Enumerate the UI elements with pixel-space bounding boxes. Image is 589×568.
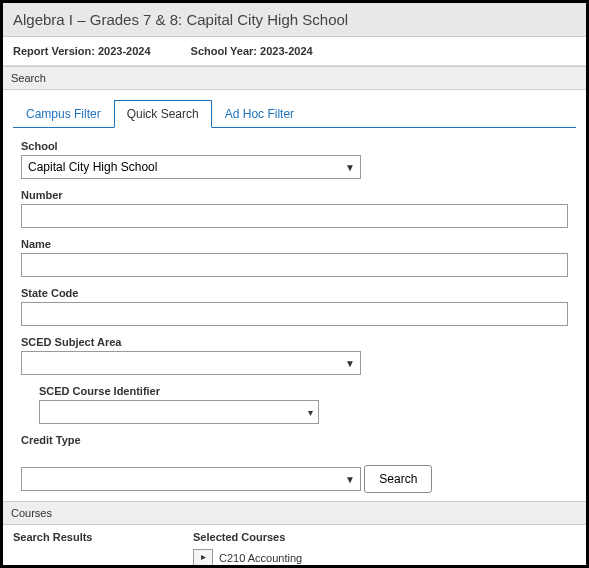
school-label: School [21, 140, 568, 152]
selected-course-name: C210 Accounting [219, 552, 302, 564]
number-input[interactable] [21, 204, 568, 228]
page-title: Algebra I – Grades 7 & 8: Capital City H… [3, 3, 586, 37]
move-right-button[interactable]: ▸ [193, 549, 213, 567]
school-year: School Year: 2023-2024 [191, 45, 313, 57]
credit-type-label: Credit Type [21, 434, 568, 446]
report-info-row: Report Version: 2023-2024 School Year: 2… [3, 37, 586, 66]
selected-courses-label: Selected Courses [193, 531, 576, 543]
selected-courses-column: Selected Courses ▸ C210 Accounting [193, 531, 576, 568]
selected-course-row: ▸ C210 Accounting [193, 547, 576, 568]
number-label: Number [21, 189, 568, 201]
search-results-label: Search Results [13, 531, 193, 543]
state-code-input[interactable] [21, 302, 568, 326]
sced-subject-label: SCED Subject Area [21, 336, 568, 348]
search-section-header: Search [3, 66, 586, 90]
search-button[interactable]: Search [364, 465, 432, 493]
filter-tabs: Campus Filter Quick Search Ad Hoc Filter [13, 100, 576, 128]
sced-course-id-group: SCED Course Identifier ▾ [39, 385, 568, 424]
tab-campus-filter[interactable]: Campus Filter [13, 100, 114, 128]
tab-ad-hoc-filter[interactable]: Ad Hoc Filter [212, 100, 307, 128]
state-code-label: State Code [21, 287, 568, 299]
quick-search-form: School ▼ Number Name State Code SCED Sub… [3, 128, 586, 501]
report-version: Report Version: 2023-2024 [13, 45, 151, 57]
name-label: Name [21, 238, 568, 250]
courses-section-header: Courses [3, 501, 586, 525]
name-input[interactable] [21, 253, 568, 277]
report-version-value: 2023-2024 [98, 45, 151, 57]
report-version-label: Report Version: [13, 45, 95, 57]
sced-course-id-select[interactable] [39, 400, 319, 424]
school-year-value: 2023-2024 [260, 45, 313, 57]
school-select[interactable] [21, 155, 361, 179]
search-results-column: Search Results [13, 531, 193, 568]
tab-quick-search[interactable]: Quick Search [114, 100, 212, 128]
credit-type-select[interactable] [21, 467, 361, 491]
courses-area: Search Results Selected Courses ▸ C210 A… [3, 525, 586, 568]
sced-course-id-label: SCED Course Identifier [39, 385, 568, 397]
sced-subject-select[interactable] [21, 351, 361, 375]
school-year-label: School Year: [191, 45, 257, 57]
